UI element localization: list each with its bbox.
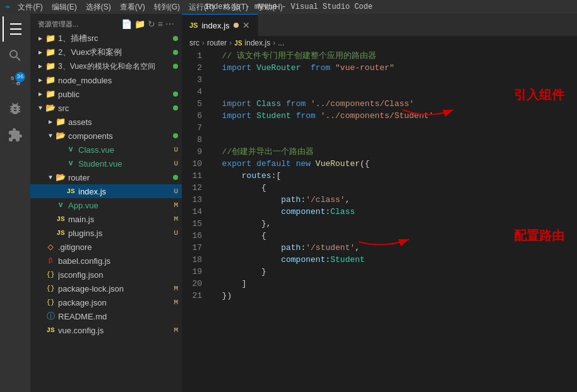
json-icon: {} (45, 270, 56, 280)
sidebar-item-label: 2、Vuex求和案例 (58, 47, 173, 58)
code-line-15: }, (212, 218, 577, 230)
sidebar-item-label: 1、插槽src (58, 33, 173, 44)
arrow-icon: ▼ (45, 131, 56, 141)
sidebar-item-main-js[interactable]: ▶ JS main.js M (30, 212, 182, 226)
new-folder-icon[interactable]: 📁 (134, 19, 145, 29)
code-line-9: //创建并导出一个路由器 (212, 146, 577, 158)
window-title: index.js - myvue - Visual Studio Code (205, 3, 372, 11)
activity-search[interactable] (3, 43, 28, 68)
menu-select[interactable]: 选择(S) (82, 2, 115, 13)
sidebar-item-readme[interactable]: ▶ ⓘ README.md (30, 309, 182, 323)
menu-view[interactable]: 查看(V) (116, 2, 149, 13)
more-icon[interactable]: ⋯ (165, 19, 174, 29)
arrow-icon: ▼ (45, 172, 56, 182)
sidebar-item-section2[interactable]: ▶ 📁 2、Vuex求和案例 (30, 45, 182, 59)
tab-index-js[interactable]: JS index.js ✕ (182, 14, 258, 36)
sidebar-item-app-vue[interactable]: ▶ V App.vue M (30, 198, 182, 212)
menu-edit[interactable]: 编辑(E) (48, 2, 81, 13)
git-status: M (174, 299, 178, 306)
info-icon: ⓘ (45, 311, 56, 321)
breadcrumb-icon: JS (234, 40, 242, 47)
vscode-logo: ☂ (5, 2, 10, 13)
vue-icon: V (66, 158, 76, 169)
sidebar-item-vue-config[interactable]: ▶ JS vue.config.js M (30, 323, 182, 337)
sidebar-item-label: Student.vue (78, 159, 174, 169)
sidebar-item-babel[interactable]: ▶ β babel.config.js (30, 254, 182, 268)
sidebar-item-public[interactable]: ▶ 📁 public (30, 87, 182, 101)
activity-extensions[interactable] (3, 122, 28, 148)
titlebar: ☂ 文件(F) 编辑(E) 选择(S) 查看(V) 转到(G) 运行(R) 终端… (0, 0, 577, 14)
sidebar-item-assets[interactable]: ▶ 📁 assets (30, 115, 182, 129)
code-line-16: { (212, 230, 577, 242)
main-layout: 36 资源管理器... 📄 📁 ↻ ≡ ⋯ (0, 14, 577, 392)
js-icon: β (45, 256, 56, 266)
sidebar-item-label: main.js (68, 215, 174, 224)
git-status: M (174, 326, 178, 334)
sidebar-item-index-js[interactable]: ▶ JS index.js U (30, 184, 182, 198)
vue-icon: V (56, 200, 66, 210)
new-file-icon[interactable]: 📄 (121, 19, 132, 29)
sidebar-item-node-modules[interactable]: ▶ 📁 node_modules (30, 73, 182, 87)
sidebar-item-label: 3、Vuex的模块化和命名空间 (58, 61, 173, 72)
breadcrumb-src: src (189, 39, 199, 47)
sidebar-item-label: assets (68, 117, 182, 127)
folder-open-icon: 📂 (56, 131, 66, 141)
sidebar-item-router[interactable]: ▼ 📂 router (30, 170, 182, 184)
code-line-18: component:Student (212, 254, 577, 266)
code-line-5: import Class from '../components/Class' (212, 98, 577, 110)
code-line-10: export default new VueRouter({ (212, 158, 577, 170)
breadcrumb-file: index.js (245, 39, 271, 47)
code-line-21: }) (212, 290, 577, 302)
menu-goto[interactable]: 转到(G) (150, 2, 184, 13)
sidebar-item-src[interactable]: ▼ 📂 src (30, 101, 182, 115)
git-status: U (174, 146, 178, 153)
sidebar-item-package-lock[interactable]: ▶ {} package-lock.json M (30, 282, 182, 295)
code-line-6: import Student from '../components/Stude… (212, 110, 577, 122)
git-icon: ◇ (45, 242, 56, 252)
sidebar-item-label: babel.config.js (58, 256, 182, 266)
js-icon: JS (56, 228, 66, 238)
sidebar-item-class-vue[interactable]: ▶ V Class.vue U (30, 143, 182, 157)
json-icon: {} (45, 283, 56, 294)
sidebar-item-label: plugins.js (68, 229, 174, 238)
code-line-4 (212, 86, 577, 98)
git-status: U (174, 229, 178, 237)
folder-open-icon: 📂 (56, 172, 66, 182)
editor-area: JS index.js ✕ src › router › JS index.js… (182, 14, 577, 392)
activity-explorer[interactable] (3, 16, 28, 42)
sidebar-item-student-vue[interactable]: ▶ V Student.vue U (30, 157, 182, 170)
sidebar-item-jsconfig[interactable]: ▶ {} jsconfig.json (30, 268, 182, 282)
tab-label: index.js (201, 21, 229, 30)
modified-dot (234, 23, 239, 28)
sidebar-item-section3[interactable]: ▶ 📁 3、Vuex的模块化和命名空间 (30, 59, 182, 73)
collapse-icon[interactable]: ≡ (158, 19, 163, 29)
refresh-icon[interactable]: ↻ (148, 19, 155, 29)
sidebar-item-package[interactable]: ▶ {} package.json M (30, 295, 182, 309)
activity-debug[interactable] (3, 96, 28, 121)
sidebar-item-label: router (68, 173, 173, 182)
code-editor[interactable]: 1 2 3 4 5 6 7 8 9 10 11 12 13 14 15 16 1… (182, 50, 577, 392)
sidebar-item-label: src (58, 104, 173, 113)
sidebar-item-label: node_modules (58, 76, 182, 85)
sidebar-item-section1[interactable]: ▶ 📁 1、插槽src (30, 32, 182, 45)
code-content[interactable]: // 该文件专门用于创建整个应用的路由器 import VueRouter fr… (207, 50, 577, 392)
folder-icon: 📁 (45, 61, 56, 71)
activity-source-control[interactable]: 36 (3, 69, 28, 95)
code-line-3 (212, 74, 577, 86)
sidebar-item-label: .gitignore (58, 242, 182, 252)
folder-open-icon: 📂 (45, 103, 56, 113)
activity-bar: 36 (0, 14, 30, 392)
sidebar-header-icons[interactable]: 📄 📁 ↻ ≡ ⋯ (121, 19, 174, 29)
sidebar-item-label: package.json (58, 298, 174, 307)
sidebar-item-plugins-js[interactable]: ▶ JS plugins.js U (30, 226, 182, 240)
sidebar-item-gitignore[interactable]: ▶ ◇ .gitignore (30, 240, 182, 254)
code-line-2: import VueRouter from "vue-router" (212, 62, 577, 74)
arrow-icon: ▼ (35, 103, 45, 113)
code-line-11: routes:[ (212, 170, 577, 182)
sidebar-item-components[interactable]: ▼ 📂 components (30, 129, 182, 143)
close-tab-button[interactable]: ✕ (242, 20, 250, 30)
arrow-icon: ▶ (35, 89, 45, 99)
code-line-7 (212, 122, 577, 134)
menu-file[interactable]: 文件(F) (14, 2, 46, 13)
arrow-icon: ▶ (35, 33, 45, 44)
